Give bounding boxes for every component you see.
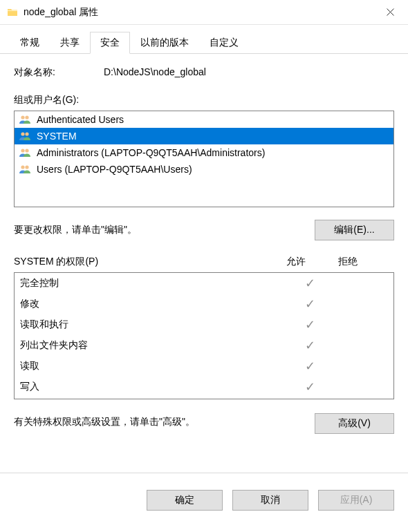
tab-customize[interactable]: 自定义: [199, 32, 249, 54]
tab-sharing[interactable]: 共享: [50, 32, 90, 54]
object-name-label: 对象名称:: [14, 66, 104, 79]
permissions-listbox[interactable]: 完全控制✓修改✓读取和执行✓列出文件夹内容✓读取✓写入✓: [14, 272, 394, 399]
tab-general[interactable]: 常规: [10, 32, 50, 54]
dialog-footer: 确定 取消 应用(A): [0, 480, 408, 520]
permission-name: 完全控制: [20, 277, 284, 289]
titlebar: node_global 属性: [0, 0, 408, 25]
advanced-hint-text: 有关特殊权限或高级设置，请单击"高级"。: [14, 413, 315, 428]
list-item-label: Users (LAPTOP-Q9QT5AAH\Users): [37, 164, 192, 175]
list-item[interactable]: SYSTEM: [15, 128, 393, 144]
users-icon: [19, 164, 31, 174]
folder-icon: [7, 7, 18, 18]
svg-point-2: [21, 132, 24, 135]
svg-point-0: [21, 115, 24, 119]
tab-previous-versions[interactable]: 以前的版本: [130, 32, 199, 54]
divider: [0, 473, 408, 473]
users-listbox[interactable]: Authenticated UsersSYSTEMAdministrators …: [14, 111, 394, 207]
permissions-for-label: SYSTEM 的权限(P): [14, 256, 270, 268]
cancel-button[interactable]: 取消: [232, 490, 308, 511]
svg-point-4: [21, 149, 24, 152]
users-icon: [19, 131, 31, 141]
permission-name: 读取: [20, 360, 284, 372]
svg-point-6: [21, 165, 24, 169]
allow-check-icon: ✓: [284, 338, 336, 353]
svg-point-3: [25, 132, 28, 135]
permission-name: 列出文件夹内容: [20, 339, 284, 352]
svg-point-1: [25, 115, 28, 119]
svg-point-7: [25, 165, 28, 169]
window-title: node_global 属性: [24, 6, 98, 19]
list-item-label: SYSTEM: [37, 131, 77, 142]
list-item-label: Authenticated Users: [37, 114, 124, 125]
allow-check-icon: ✓: [284, 296, 336, 312]
tab-security[interactable]: 安全: [90, 32, 130, 54]
edit-button[interactable]: 编辑(E)...: [315, 220, 394, 240]
permission-row: 修改✓: [15, 294, 393, 314]
allow-check-icon: ✓: [284, 359, 336, 374]
users-icon: [19, 148, 31, 158]
list-item[interactable]: Users (LAPTOP-Q9QT5AAH\Users): [15, 161, 393, 178]
close-button[interactable]: [375, 2, 405, 23]
list-item-label: Administrators (LAPTOP-Q9QT5AAH\Administ…: [37, 147, 265, 158]
list-item[interactable]: Authenticated Users: [15, 111, 393, 128]
allow-check-icon: ✓: [284, 379, 336, 395]
permission-row: 完全控制✓: [15, 273, 393, 294]
list-item[interactable]: Administrators (LAPTOP-Q9QT5AAH\Administ…: [15, 144, 393, 161]
allow-check-icon: ✓: [284, 317, 336, 332]
tab-strip: 常规 共享 安全 以前的版本 自定义: [0, 29, 408, 54]
group-users-label: 组或用户名(G):: [14, 94, 394, 106]
edit-hint-text: 要更改权限，请单击"编辑"。: [14, 224, 315, 236]
permission-row: 读取和执行✓: [15, 314, 393, 335]
permission-name: 写入: [20, 381, 284, 393]
apply-button[interactable]: 应用(A): [318, 490, 394, 511]
advanced-button[interactable]: 高级(V): [315, 413, 394, 434]
allow-column-header: 允许: [270, 256, 322, 268]
permission-name: 修改: [20, 298, 284, 310]
object-name-value: D:\NodeJS\node_global: [104, 66, 206, 79]
permission-row: 列出文件夹内容✓: [15, 335, 393, 356]
ok-button[interactable]: 确定: [147, 490, 223, 511]
content-pane: 对象名称: D:\NodeJS\node_global 组或用户名(G): Au…: [0, 54, 408, 480]
users-icon: [19, 115, 31, 124]
permission-row: 读取✓: [15, 356, 393, 377]
svg-point-5: [25, 149, 28, 152]
permission-row: 写入✓: [15, 377, 393, 397]
allow-check-icon: ✓: [284, 276, 336, 291]
permission-name: 读取和执行: [20, 319, 284, 331]
deny-column-header: 拒绝: [322, 256, 373, 268]
